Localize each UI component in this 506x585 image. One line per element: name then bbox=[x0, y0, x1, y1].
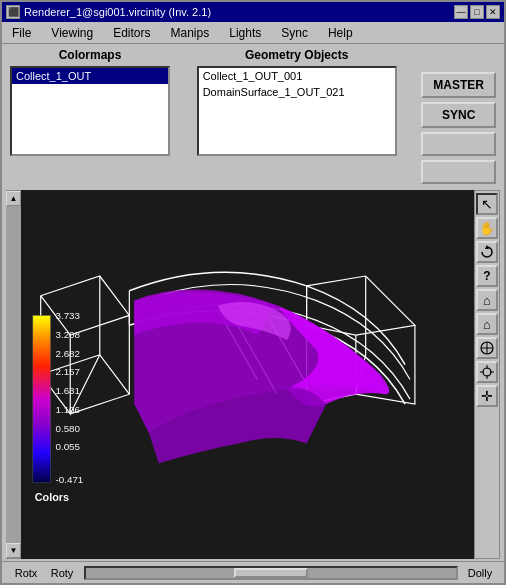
question-tool[interactable]: ? bbox=[476, 265, 498, 287]
menu-bar: File Viewing Editors Manips Lights Sync … bbox=[2, 22, 504, 44]
rotate-tool[interactable] bbox=[476, 241, 498, 263]
maximize-button[interactable]: □ bbox=[470, 5, 484, 19]
geometry-master-area: Geometry Objects Collect_1_OUT_001 Domai… bbox=[178, 48, 496, 184]
dolly-label: Dolly bbox=[462, 567, 498, 579]
bottom-bar: Rotx Roty Dolly bbox=[2, 561, 504, 583]
menu-editors[interactable]: Editors bbox=[107, 24, 156, 42]
window-icon[interactable]: ⬛ bbox=[6, 5, 20, 19]
menu-sync[interactable]: Sync bbox=[275, 24, 314, 42]
scene-svg: 3.733 3.208 2.682 2.157 1.631 1.106 0.58… bbox=[21, 190, 474, 559]
sync-button[interactable]: SYNC bbox=[421, 102, 496, 128]
svg-text:0.580: 0.580 bbox=[55, 423, 80, 434]
rotx-label: Rotx bbox=[8, 567, 44, 579]
menu-file[interactable]: File bbox=[6, 24, 37, 42]
roty-label: Roty bbox=[44, 567, 80, 579]
bottom-scrollbar[interactable] bbox=[84, 566, 458, 580]
toolbar-area: Colormaps Collect_1_OUT Geometry Objects… bbox=[2, 44, 504, 188]
svg-text:3.208: 3.208 bbox=[55, 329, 80, 340]
geometry-item-0[interactable]: Collect_1_OUT_001 bbox=[199, 68, 395, 84]
menu-help[interactable]: Help bbox=[322, 24, 359, 42]
master-button[interactable]: MASTER bbox=[421, 72, 496, 98]
master-sync-panel: MASTER SYNC bbox=[421, 48, 496, 184]
crosshair-tool[interactable] bbox=[476, 361, 498, 383]
viewport-area: ▲ ▼ bbox=[6, 190, 500, 559]
colormap-item-0[interactable]: Collect_1_OUT bbox=[12, 68, 168, 84]
empty-slot-1 bbox=[421, 132, 496, 156]
svg-point-22 bbox=[483, 368, 491, 376]
svg-text:2.682: 2.682 bbox=[55, 348, 80, 359]
left-scroll-track[interactable] bbox=[6, 206, 21, 543]
left-scrollbar[interactable]: ▲ ▼ bbox=[6, 190, 21, 559]
colormaps-listbox[interactable]: Collect_1_OUT bbox=[10, 66, 170, 156]
colormaps-panel: Colormaps Collect_1_OUT bbox=[10, 48, 170, 156]
geometry-item-1[interactable]: DomainSurface_1_OUT_021 bbox=[199, 84, 395, 100]
svg-rect-7 bbox=[33, 315, 51, 482]
svg-text:-0.471: -0.471 bbox=[55, 474, 83, 485]
colormaps-label: Colormaps bbox=[59, 48, 122, 62]
geometry-listbox[interactable]: Collect_1_OUT_001 DomainSurface_1_OUT_02… bbox=[197, 66, 397, 156]
svg-text:2.157: 2.157 bbox=[55, 366, 80, 377]
arrow-tool[interactable]: ↖ bbox=[476, 193, 498, 215]
geometry-panel: Geometry Objects Collect_1_OUT_001 Domai… bbox=[178, 48, 415, 184]
svg-text:1.106: 1.106 bbox=[55, 404, 80, 415]
geometry-label: Geometry Objects bbox=[245, 48, 348, 62]
right-tools-panel: ↖ ✋ ? ⌂ ⌂ bbox=[474, 190, 500, 559]
minimize-button[interactable]: — bbox=[454, 5, 468, 19]
title-bar: ⬛ Renderer_1@sgi001.vircinity (Inv. 2.1)… bbox=[2, 2, 504, 22]
menu-manips[interactable]: Manips bbox=[165, 24, 216, 42]
home2-tool[interactable]: ⌂ bbox=[476, 313, 498, 335]
svg-text:1.631: 1.631 bbox=[55, 385, 80, 396]
title-bar-left: ⬛ Renderer_1@sgi001.vircinity (Inv. 2.1) bbox=[6, 5, 211, 19]
scrollbar-thumb[interactable] bbox=[234, 568, 308, 578]
home-tool[interactable]: ⌂ bbox=[476, 289, 498, 311]
svg-line-1 bbox=[100, 355, 130, 394]
left-scroll-up[interactable]: ▲ bbox=[6, 191, 21, 206]
title-bar-buttons: — □ ✕ bbox=[454, 5, 500, 19]
left-scroll-down[interactable]: ▼ bbox=[6, 543, 21, 558]
menu-lights[interactable]: Lights bbox=[223, 24, 267, 42]
3d-canvas[interactable]: 3.733 3.208 2.682 2.157 1.631 1.106 0.58… bbox=[21, 190, 474, 559]
main-window: ⬛ Renderer_1@sgi001.vircinity (Inv. 2.1)… bbox=[0, 0, 506, 585]
svg-text:Colors: Colors bbox=[35, 491, 69, 503]
empty-slot-2 bbox=[421, 160, 496, 184]
svg-text:3.733: 3.733 bbox=[55, 310, 80, 321]
window-title: Renderer_1@sgi001.vircinity (Inv. 2.1) bbox=[24, 6, 211, 18]
close-button[interactable]: ✕ bbox=[486, 5, 500, 19]
svg-text:0.055: 0.055 bbox=[55, 441, 80, 452]
compass-tool[interactable] bbox=[476, 337, 498, 359]
move-tool[interactable]: ✛ bbox=[476, 385, 498, 407]
menu-viewing[interactable]: Viewing bbox=[45, 24, 99, 42]
hand-tool[interactable]: ✋ bbox=[476, 217, 498, 239]
